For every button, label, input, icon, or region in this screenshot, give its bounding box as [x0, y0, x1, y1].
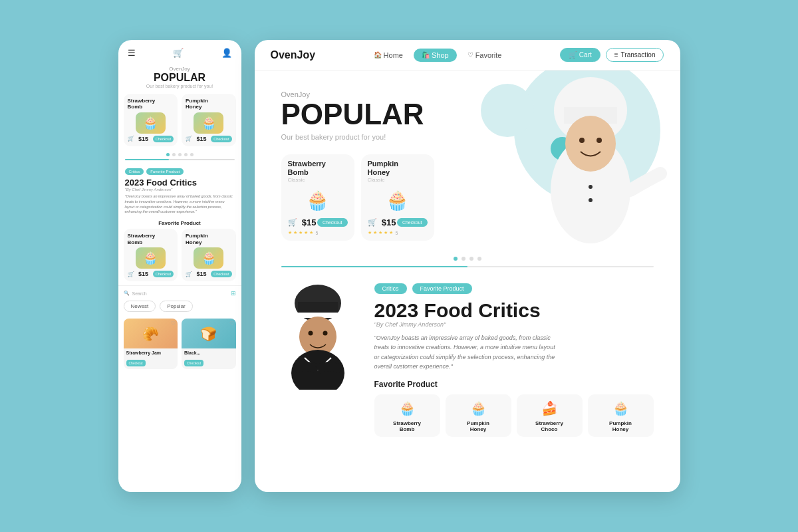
mobile-cart-icon[interactable]: 🛒	[173, 48, 184, 58]
mobile-cart-icon-2[interactable]: 🛒	[186, 136, 192, 142]
hero-checkout-btn-1[interactable]: Checkout	[317, 218, 348, 227]
mobile-tab-row: Newest Popular	[124, 301, 236, 312]
hero-dots-row	[255, 257, 680, 261]
critics-right: Critics Favorite Product 2023 Food Criti…	[374, 283, 654, 437]
mobile-dot-2	[172, 153, 176, 156]
cart-btn-label: Cart	[579, 51, 592, 59]
mobile-panel: ☰ 🛒 👤 OvenJoy POPULAR Our best bakery pr…	[118, 40, 241, 492]
desktop-critics-section: Critics Favorite Product 2023 Food Criti…	[255, 273, 680, 448]
mobile-heart-1[interactable]: ♡	[171, 321, 176, 327]
nav-link-home[interactable]: 🏠 Home	[374, 51, 403, 59]
mobile-product-card-2: PumpkinHoney 🧁 🛒 $15 Checkout	[182, 94, 236, 146]
nav-link-favorite[interactable]: ♡ Favorite	[467, 51, 502, 59]
mobile-heart-2[interactable]: ♡	[229, 321, 234, 327]
mobile-product-img-2: 🧁	[194, 112, 223, 134]
fav-product-1: 🧁 StrawberryBomb	[374, 394, 440, 437]
mobile-fav-checkout-2[interactable]: Checkout	[211, 271, 231, 277]
mobile-checkout-btn-1[interactable]: Checkout	[153, 136, 174, 142]
mobile-dot-4	[184, 153, 188, 156]
mobile-popular-sub: Our best bakery product for you!	[125, 84, 235, 88]
home-icon: 🏠	[374, 51, 382, 59]
fav-product-name-3: StrawberryChoco	[521, 420, 579, 433]
mobile-search-icon: 🔍	[124, 291, 130, 296]
mobile-critics-title: 2023 Food Critics	[125, 178, 235, 188]
mobile-price-2: $15	[197, 136, 207, 142]
hero-product-name-2: PumpkinHoney	[368, 160, 428, 177]
star-2-2: ★	[373, 230, 377, 235]
cart-btn-icon: 🛒	[569, 51, 577, 59]
mobile-user-icon[interactable]: 👤	[221, 48, 232, 58]
hero-product-name-1: StrawberryBomb	[288, 160, 348, 177]
mobile-grid-info-1: Strawberry Jam Checkout	[124, 348, 178, 369]
nav-shop-label: Shop	[432, 51, 449, 59]
fav-product-name-4: PumpkinHoney	[592, 420, 650, 433]
mobile-products-row: StrawberryBomb 🧁 🛒 $15 Checkout PumpkinH…	[118, 94, 241, 150]
favorite-product-badge: Favorite Product	[412, 283, 472, 294]
mobile-price-1: $15	[138, 136, 148, 142]
mobile-popular-title: POPULAR	[125, 72, 235, 84]
critics-with-chef: Critics Favorite Product 2023 Food Criti…	[281, 283, 654, 437]
hero-checkout-btn-2[interactable]: Checkout	[397, 218, 428, 227]
star-1-4: ★	[304, 230, 308, 235]
desktop-hero: OvenJoy POPULAR Our best bakery product …	[255, 70, 680, 257]
mobile-search-section: 🔍 Search ⊞ Newest Popular	[118, 285, 241, 315]
mobile-favorite-badge: Favorite Product	[146, 168, 184, 175]
critics-by: "By Chef Jimmy Anderson"	[374, 321, 654, 328]
svg-rect-9	[298, 302, 338, 314]
mobile-fav-cart-1[interactable]: 🛒	[128, 271, 134, 277]
mobile-critics-by: "By Chef Jimmy Anderson"	[125, 188, 235, 192]
mobile-grid-img-2: 🍞	[182, 319, 236, 348]
star-2-1: ★	[368, 230, 372, 235]
mobile-dot-5	[190, 153, 194, 156]
mobile-progress-fill	[125, 159, 169, 160]
mobile-fav-checkout-1[interactable]: Checkout	[153, 271, 174, 277]
mobile-fav-price-row-1: 🛒 $15 Checkout	[128, 271, 174, 277]
nav-link-shop[interactable]: 🛍️ Shop	[414, 49, 457, 62]
star-2-4: ★	[384, 230, 388, 235]
hero-dot-4	[477, 257, 481, 261]
hero-progress-fill	[281, 266, 467, 267]
star-1-3: ★	[299, 230, 303, 235]
hero-dot-3	[469, 257, 473, 261]
mobile-grid-checkout-2[interactable]: Checkout	[184, 360, 203, 366]
hero-product-sub-1: Classic	[288, 177, 348, 183]
mobile-checkout-btn-2[interactable]: Checkout	[211, 136, 231, 142]
mobile-search-placeholder: Search	[132, 291, 147, 296]
mobile-dot-1	[166, 153, 170, 156]
mobile-search-input-wrapper[interactable]: 🔍 Search	[124, 291, 147, 296]
mobile-fav-card-1: StrawberryBomb 🧁 🛒 $15 Checkout	[124, 229, 178, 281]
mobile-fav-products-row: StrawberryBomb 🧁 🛒 $15 Checkout PumpkinH…	[118, 229, 241, 285]
hero-price-1: $15	[302, 217, 317, 227]
mobile-filter-icon[interactable]: ⊞	[231, 290, 236, 297]
scene: ☰ 🛒 👤 OvenJoy POPULAR Our best bakery pr…	[0, 0, 798, 532]
critics-badge-row: Critics Favorite Product	[374, 283, 654, 294]
mobile-cart-icon-1[interactable]: 🛒	[128, 136, 134, 142]
mobile-dots-row	[118, 150, 241, 159]
hero-cart-icon-2[interactable]: 🛒	[368, 218, 377, 227]
transaction-button[interactable]: ≡ Transaction	[606, 48, 664, 62]
fav-product-name-2: PumpkinHoney	[450, 420, 507, 433]
mobile-grid-checkout-1[interactable]: Checkout	[126, 360, 146, 366]
hero-dot-2	[462, 257, 466, 261]
star-2-3: ★	[378, 230, 382, 235]
mobile-tab-popular[interactable]: Popular	[160, 301, 193, 312]
chef2-container	[281, 283, 361, 437]
star-1-5: ★	[309, 230, 313, 235]
mobile-fav-cart-2[interactable]: 🛒	[186, 271, 192, 277]
critics-title: 2023 Food Critics	[374, 299, 654, 321]
mobile-tab-newest[interactable]: Newest	[124, 301, 156, 312]
transaction-btn-icon: ≡	[614, 51, 618, 59]
hero-product-card-1: StrawberryBomb Classic 🧁 🛒 $15 Checkout …	[281, 154, 354, 241]
mobile-grid-info-2: Black... Checkout	[182, 348, 236, 369]
star-1-2: ★	[293, 230, 297, 235]
critics-text: "OvenJoy boasts an impressive array of b…	[374, 333, 561, 372]
favorite-icon: ♡	[467, 51, 473, 59]
mobile-badge-row: Critics Favorite Product	[125, 168, 235, 175]
fav-product-name-1: StrawberryBomb	[378, 420, 436, 433]
star-count-1: 5	[316, 231, 319, 235]
mobile-menu-icon[interactable]: ☰	[128, 48, 136, 58]
cart-button[interactable]: 🛒 Cart	[560, 48, 600, 62]
favorite-products-grid: 🧁 StrawberryBomb 🧁 PumpkinHoney 🍰 Strawb…	[374, 394, 654, 437]
hero-product-img-1: 🧁	[297, 186, 339, 215]
hero-cart-icon-1[interactable]: 🛒	[288, 218, 297, 227]
